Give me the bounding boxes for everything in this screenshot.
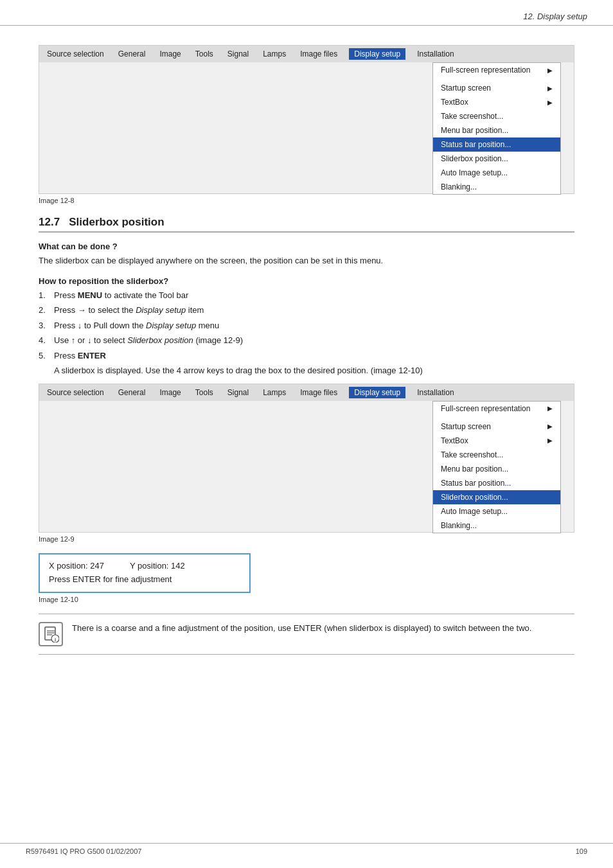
document-icon: i [42,626,59,642]
dropdown-item-blanking[interactable]: Blanking... [433,180,560,194]
dropdown-item-screenshot[interactable]: Take screenshot... [433,109,560,123]
page-footer: R5976491 IQ PRO G500 01/02/2007 109 [0,843,613,855]
step-4: 4. Use ↑ or ↓ to select Sliderbox positi… [39,334,574,347]
footer-left: R5976491 IQ PRO G500 01/02/2007 [26,847,141,855]
steps-list: 1. Press MENU to activate the Tool bar 2… [39,289,574,362]
menu-item-general[interactable]: General [116,48,148,60]
step-1: 1. Press MENU to activate the Tool bar [39,289,574,302]
menu-bar-2: Source selection General Image Tools Sig… [39,384,574,401]
menu-item-source-2[interactable]: Source selection [44,387,107,398]
dropdown-item-menubar[interactable]: Menu bar position... [433,123,560,137]
dropdown-item2-sliderbox[interactable]: Sliderbox position... [433,490,560,504]
image-label-2: Image 12-9 [39,535,574,543]
menu-screenshot-1: Source selection General Image Tools Sig… [39,45,574,194]
step-2: 2. Press → to select the Display setup i… [39,304,574,317]
dropdown-menu-2: Full-screen representation ▶ Startup scr… [432,401,561,533]
position-row: X position: 247 Y position: 142 [49,561,240,571]
footer-right: 109 [576,847,587,855]
y-position: Y position: 142 [130,561,185,571]
what-can-be-done-text: The sliderbox can be displayed anywhere … [39,254,574,267]
dropdown-item-sliderbox[interactable]: Sliderbox position... [433,152,560,166]
menu-item-tools-2[interactable]: Tools [193,387,216,398]
menu-screenshot-2: Source selection General Image Tools Sig… [39,384,574,533]
dropdown-item2-screenshot[interactable]: Take screenshot... [433,448,560,462]
menu-item-signal[interactable]: Signal [225,48,251,60]
menu-bar-1: Source selection General Image Tools Sig… [39,46,574,62]
section-title: Sliderbox position [69,216,164,228]
menu-item-image-2[interactable]: Image [157,387,183,398]
step-5-detail: A sliderbox is displayed. Use the 4 arro… [54,364,574,377]
dropdown-item-startup[interactable]: Startup screen ▶ [433,81,560,95]
x-position: X position: 247 [49,561,104,571]
info-icon: i [39,622,63,646]
dropdown-item2-blanking[interactable]: Blanking... [433,518,560,533]
arrow-right-icon-2: ▶ [547,405,553,412]
image-label-1: Image 12-8 [39,197,574,204]
info-text: There is a coarse and a fine adjustment … [72,622,531,635]
menu-item-imagefiles[interactable]: Image files [298,48,340,60]
section-number: 12.7 [39,216,60,228]
svg-text:i: i [55,637,56,642]
dropdown-item2-menubar[interactable]: Menu bar position... [433,462,560,476]
dropdown-item-autoimagesetup[interactable]: Auto Image setup... [433,166,560,180]
menu-item-displaysetup-active-2[interactable]: Display setup [349,387,405,398]
menu-item-lamps[interactable]: Lamps [260,48,289,60]
enter-row: Press ENTER for fine adjustment [49,574,240,584]
dropdown-item2-fullscreen[interactable]: Full-screen representation ▶ [433,402,560,416]
dropdown-item2-startup[interactable]: Startup screen ▶ [433,420,560,434]
step-5: 5. Press ENTER [39,350,574,362]
menu-item-general-2[interactable]: General [116,387,148,398]
page-header: 12. Display setup [0,0,613,26]
menu-item-signal-2[interactable]: Signal [225,387,251,398]
sliderbox-dialog: X position: 247 Y position: 142 Press EN… [39,553,251,593]
step-3: 3. Press ↓ to Pull down the Display setu… [39,319,574,332]
what-can-be-done-heading: What can be done ? [39,242,574,251]
menu-item-imagefiles-2[interactable]: Image files [298,387,340,398]
menu-item-image[interactable]: Image [157,48,183,60]
dropdown-item2-textbox[interactable]: TextBox ▶ [433,434,560,448]
arrow-right-icon-2c: ▶ [547,437,553,444]
arrow-right-icon-2b: ▶ [547,423,553,430]
chapter-title: 12. Display setup [523,12,587,21]
arrow-right-icon: ▶ [547,85,553,92]
section-heading: 12.7 Sliderbox position [39,216,574,233]
dropdown-item-textbox[interactable]: TextBox ▶ [433,95,560,109]
dropdown-item-fullscreen[interactable]: Full-screen representation ▶ [433,63,560,77]
menu-item-lamps-2[interactable]: Lamps [260,387,289,398]
how-to-reposition-heading: How to reposition the sliderbox? [39,276,574,286]
menu-item-installation-2[interactable]: Installation [414,387,456,398]
image-label-3: Image 12-10 [39,596,574,603]
menu-item-installation[interactable]: Installation [414,48,456,60]
menu-item-source[interactable]: Source selection [44,48,107,60]
menu-item-displaysetup-active[interactable]: Display setup [349,48,405,60]
menu-item-tools[interactable]: Tools [193,48,216,60]
dropdown-menu-1: Full-screen representation ▶ Startup scr… [432,62,561,195]
arrow-right-icon: ▶ [547,67,553,74]
dropdown-item2-autoimagesetup[interactable]: Auto Image setup... [433,504,560,518]
arrow-right-icon: ▶ [547,99,553,106]
info-box: i There is a coarse and a fine adjustmen… [39,614,574,655]
dropdown-item2-statusbar[interactable]: Status bar position... [433,476,560,490]
dropdown-item-statusbar[interactable]: Status bar position... [433,137,560,152]
